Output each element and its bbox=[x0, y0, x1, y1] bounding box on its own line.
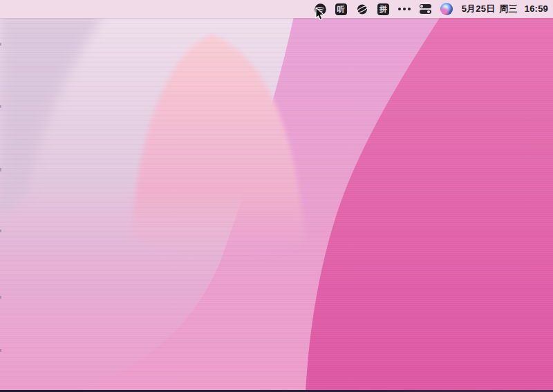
spotify-menu-item[interactable] bbox=[315, 0, 326, 18]
planet-app-menu-item[interactable] bbox=[356, 0, 368, 18]
control-center-menu-item[interactable] bbox=[420, 0, 431, 18]
status-icon-cluster: 听 拼 5月25日 周三 16:59 bbox=[315, 0, 548, 18]
three-dots-icon bbox=[398, 8, 411, 10]
listen-app-icon: 听 bbox=[335, 3, 347, 15]
listen-app-menu-item[interactable]: 听 bbox=[335, 0, 347, 18]
pinyin-input-icon: 拼 bbox=[377, 3, 389, 15]
siri-icon bbox=[440, 3, 453, 15]
pinyin-input-menu-item[interactable]: 拼 bbox=[377, 0, 389, 18]
desktop-wallpaper bbox=[0, 0, 553, 392]
clock-date: 5月25日 bbox=[462, 3, 496, 15]
wallpaper-art bbox=[0, 0, 553, 392]
clock-time: 16:59 bbox=[525, 3, 548, 14]
control-center-icon bbox=[420, 4, 431, 14]
siri-menu-item[interactable] bbox=[440, 0, 453, 18]
clock-weekday: 周三 bbox=[499, 3, 517, 15]
more-items-menu-item[interactable] bbox=[398, 0, 411, 18]
spotify-icon bbox=[315, 3, 326, 15]
menu-bar: 听 拼 5月25日 周三 16:59 bbox=[0, 0, 553, 18]
planet-icon bbox=[356, 3, 368, 15]
menu-bar-clock[interactable]: 5月25日 周三 16:59 bbox=[462, 3, 548, 15]
